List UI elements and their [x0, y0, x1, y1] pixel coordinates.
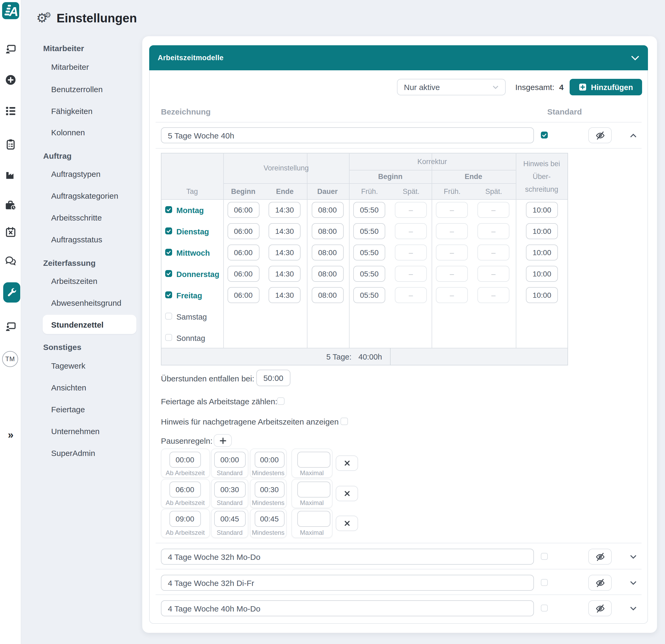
ende-input[interactable] — [269, 266, 301, 282]
korrektur-beginn-spaet-input[interactable] — [395, 287, 427, 303]
panel-header[interactable]: Arbeitszeitmodelle — [149, 45, 648, 70]
sidebar-item-kolonnen[interactable]: Kolonnen — [51, 128, 85, 137]
hide-model-button[interactable] — [588, 575, 612, 591]
sidebar-item-superadmin[interactable]: SuperAdmin — [51, 449, 95, 457]
model-name-input[interactable] — [161, 127, 534, 143]
beginn-input[interactable] — [227, 245, 259, 260]
day-checkbox-dienstag[interactable] — [165, 228, 172, 234]
pause-maximal-input[interactable] — [297, 511, 330, 527]
pause-maximal-input[interactable] — [297, 451, 330, 467]
ende-input[interactable] — [269, 245, 301, 260]
sidebar-section-auftrag[interactable]: Auftrag — [43, 151, 137, 160]
pause-mindestens-input[interactable] — [254, 511, 284, 527]
ende-input[interactable] — [269, 223, 301, 239]
employees-board-icon-2[interactable] — [5, 321, 17, 333]
korrektur-beginn-frueh-input[interactable] — [353, 287, 385, 303]
add-pause-rule-button[interactable] — [214, 434, 232, 447]
pause-standard-input[interactable] — [214, 451, 245, 467]
collapse-row-button[interactable] — [629, 132, 637, 139]
model-name-input[interactable] — [161, 575, 534, 591]
day-checkbox-mittwoch[interactable] — [165, 249, 172, 256]
add-button[interactable]: Hinzufügen — [570, 79, 642, 95]
settings-rail-item-active[interactable] — [3, 282, 20, 303]
korrektur-ende-spaet-input[interactable] — [477, 245, 509, 260]
ende-input[interactable] — [269, 202, 301, 218]
briefcase-clock-icon[interactable] — [5, 200, 17, 212]
chevron-down-icon[interactable] — [631, 55, 640, 60]
model-name-input[interactable] — [161, 600, 534, 616]
sidebar-section-mitarbeiter[interactable]: Mitarbeiter — [43, 44, 137, 53]
sidebar-item-benutzerrollen[interactable]: Benutzerrollen — [51, 85, 102, 94]
comments-icon[interactable] — [5, 255, 17, 267]
pause-ab-input[interactable] — [169, 481, 201, 497]
pause-ab-input[interactable] — [169, 451, 201, 467]
korrektur-beginn-spaet-input[interactable] — [395, 202, 427, 218]
delete-pause-rule-button[interactable] — [336, 515, 358, 531]
holidays-checkbox[interactable] — [277, 397, 285, 405]
hinweis-input[interactable] — [526, 266, 558, 282]
dauer-input[interactable] — [311, 287, 343, 303]
beginn-input[interactable] — [227, 287, 259, 303]
hinweis-input[interactable] — [526, 202, 558, 218]
sidebar-section-sonstiges[interactable]: Sonstiges — [43, 343, 137, 352]
overtime-input[interactable] — [256, 370, 290, 386]
korrektur-beginn-spaet-input[interactable] — [395, 266, 427, 282]
korrektur-ende-frueh-input[interactable] — [436, 245, 468, 260]
dauer-input[interactable] — [311, 202, 343, 218]
sidebar-section-zeiterfassung[interactable]: Zeiterfassung — [43, 258, 137, 268]
day-checkbox-montag[interactable] — [165, 206, 172, 213]
app-logo[interactable]: A — [2, 2, 19, 19]
sidebar-item-ansichten[interactable]: Ansichten — [51, 383, 86, 392]
sidebar-item-auftragskategorien[interactable]: Auftragskategorien — [51, 191, 118, 200]
day-checkbox-samstag[interactable] — [165, 313, 172, 319]
pause-standard-input[interactable] — [214, 511, 245, 527]
clipboard-list-icon[interactable] — [5, 138, 17, 150]
list-icon[interactable] — [5, 105, 17, 117]
dauer-input[interactable] — [311, 223, 343, 239]
model-name-input[interactable] — [161, 549, 534, 565]
late-entry-checkbox[interactable] — [341, 417, 348, 425]
sidebar-item-auftragsstatus[interactable]: Auftragsstatus — [51, 235, 102, 244]
standard-checkbox[interactable] — [541, 553, 548, 560]
sidebar-item-arbeitsschritte[interactable]: Arbeitsschritte — [51, 213, 102, 222]
korrektur-beginn-frueh-input[interactable] — [353, 202, 385, 218]
collapse-rail-button[interactable]: » — [0, 428, 21, 442]
korrektur-ende-frueh-input[interactable] — [436, 202, 468, 218]
sidebar-item-mitarbeiter[interactable]: Mitarbeiter — [51, 62, 89, 71]
korrektur-beginn-frueh-input[interactable] — [353, 245, 385, 260]
korrektur-ende-spaet-input[interactable] — [477, 223, 509, 239]
korrektur-beginn-spaet-input[interactable] — [395, 223, 427, 239]
korrektur-beginn-frueh-input[interactable] — [353, 266, 385, 282]
employees-board-icon[interactable] — [5, 44, 17, 55]
korrektur-ende-spaet-input[interactable] — [477, 202, 509, 218]
sidebar-item-abwesenheitsgrund[interactable]: Abwesenheitsgrund — [51, 298, 121, 307]
avatar[interactable]: TM — [2, 351, 18, 367]
hide-model-button[interactable] — [588, 600, 612, 616]
beginn-input[interactable] — [227, 266, 259, 282]
dauer-input[interactable] — [311, 245, 343, 260]
standard-checkbox-checked[interactable] — [541, 132, 548, 138]
sidebar-item-faehigkeiten[interactable]: Fähigkeiten — [51, 106, 92, 116]
korrektur-ende-spaet-input[interactable] — [477, 266, 509, 282]
day-checkbox-freitag[interactable] — [165, 291, 172, 298]
dauer-input[interactable] — [311, 266, 343, 282]
sidebar-item-tagewerk[interactable]: Tagewerk — [51, 361, 85, 370]
expand-row-button[interactable] — [629, 605, 637, 612]
day-checkbox-donnerstag[interactable] — [165, 270, 172, 277]
beginn-input[interactable] — [227, 223, 259, 239]
day-checkbox-sonntag[interactable] — [165, 334, 172, 341]
pause-ab-input[interactable] — [169, 511, 201, 527]
expand-row-button[interactable] — [629, 553, 637, 560]
sidebar-item-feiertage[interactable]: Feiertage — [51, 405, 85, 414]
active-filter-select[interactable]: Nur aktive — [397, 79, 506, 95]
ende-input[interactable] — [269, 287, 301, 303]
pause-mindestens-input[interactable] — [254, 481, 284, 497]
sidebar-item-unternehmen[interactable]: Unternehmen — [51, 427, 100, 436]
korrektur-ende-spaet-input[interactable] — [477, 287, 509, 303]
calendar-x-icon[interactable] — [5, 227, 17, 238]
korrektur-beginn-spaet-input[interactable] — [395, 245, 427, 260]
hinweis-input[interactable] — [526, 245, 558, 260]
sidebar-item-arbeitszeiten[interactable]: Arbeitszeiten — [51, 276, 97, 286]
pause-standard-input[interactable] — [214, 481, 245, 497]
delete-pause-rule-button[interactable] — [336, 486, 358, 501]
